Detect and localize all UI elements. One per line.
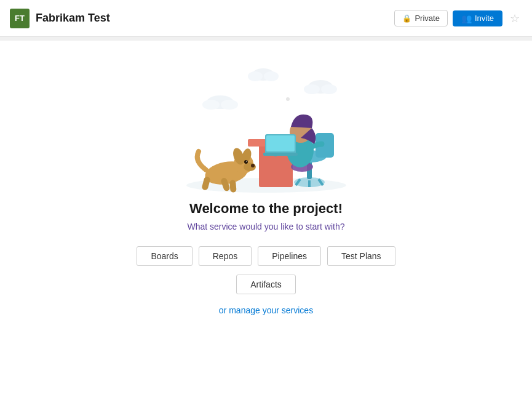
svg-point-33: [244, 160, 248, 164]
test-plans-button[interactable]: Test Plans: [327, 246, 395, 266]
svg-point-9: [286, 97, 290, 101]
star-icon: ☆: [510, 12, 520, 25]
welcome-illustration: [168, 53, 365, 195]
project-logo: FT: [10, 9, 30, 28]
private-button[interactable]: 🔒 Private: [394, 10, 447, 26]
header: FT Fabrikam Test 🔒 Private 👥 Invite ☆: [0, 0, 532, 37]
favorite-button[interactable]: ☆: [507, 9, 522, 28]
private-label: Private: [415, 14, 439, 23]
main-content: Welcome to the project! What service wou…: [0, 41, 532, 315]
service-buttons-row1: Boards Repos Pipelines Test Plans: [137, 246, 395, 266]
repos-button[interactable]: Repos: [199, 246, 252, 266]
svg-point-8: [221, 100, 238, 110]
svg-point-4: [304, 84, 320, 94]
header-actions: 🔒 Private 👥 Invite ☆: [394, 9, 522, 28]
boards-button[interactable]: Boards: [137, 246, 192, 266]
pipelines-button[interactable]: Pipelines: [258, 246, 321, 266]
svg-point-1: [248, 71, 263, 81]
welcome-subtitle: What service would you like to start wit…: [188, 222, 345, 231]
service-buttons-row2: Artifacts: [236, 275, 296, 294]
project-title: Fabrikam Test: [36, 12, 394, 25]
svg-point-5: [321, 84, 337, 94]
svg-point-30: [251, 164, 255, 167]
welcome-title: Welcome to the project!: [189, 201, 343, 217]
invite-label: Invite: [475, 14, 494, 23]
svg-point-2: [264, 71, 279, 81]
svg-rect-26: [263, 153, 298, 156]
svg-rect-25: [266, 135, 295, 151]
invite-button[interactable]: 👥 Invite: [453, 10, 502, 26]
invite-icon: 👥: [461, 14, 472, 23]
manage-services-link[interactable]: or manage your services: [219, 305, 313, 315]
artifacts-button[interactable]: Artifacts: [236, 275, 296, 294]
lock-icon: 🔒: [402, 14, 411, 23]
svg-point-34: [246, 161, 247, 162]
svg-point-7: [202, 100, 220, 110]
